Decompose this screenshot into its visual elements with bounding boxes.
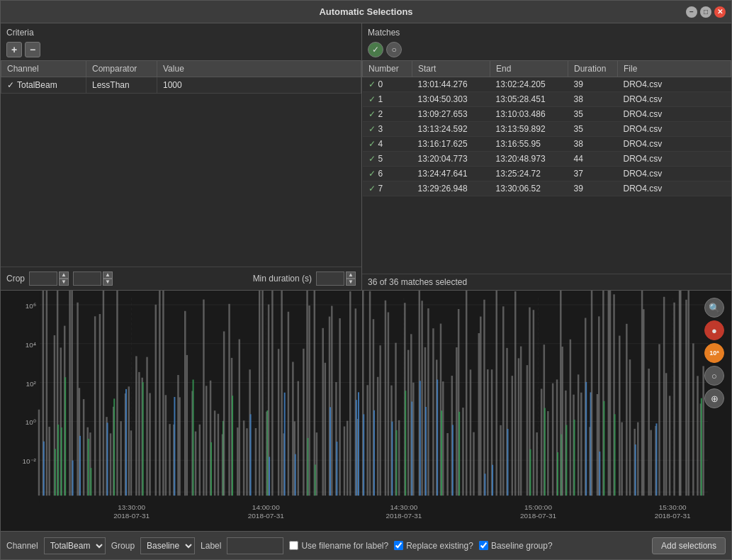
matches-cell-duration: 35 [568, 107, 618, 122]
svg-text:13:30:00: 13:30:00 [118, 503, 145, 511]
bottom-bar: Channel TotalBeam Group Baseline Label U… [1, 531, 731, 559]
matches-row[interactable]: ✓3 13:13:24.592 13:13:59.892 35 DRO4.csv [363, 122, 731, 137]
matches-cell-start: 13:13:24.592 [412, 122, 490, 137]
group-label: Group [111, 541, 135, 551]
matches-cell-number: ✓0 [363, 77, 412, 92]
chart-overlay-btns: 🔍 ● 10ª ○ ⊕ [704, 298, 724, 408]
crop-up-1[interactable]: ▲ [59, 271, 69, 279]
matches-cell-duration: 37 [568, 167, 618, 181]
replace-existing-checkbox[interactable] [394, 541, 403, 550]
use-filename-label[interactable]: Use filename for label? [289, 541, 388, 551]
crop-down-1[interactable]: ▼ [59, 279, 69, 286]
svg-text:14:00:00: 14:00:00 [252, 503, 280, 511]
crop-spin-1: 5.0 ▲ ▼ [29, 271, 69, 286]
crop-input-1[interactable]: 5.0 [29, 271, 57, 286]
matches-cell-number: ✓1 [363, 92, 412, 107]
svg-text:2018-07-31: 2018-07-31 [520, 512, 556, 520]
matches-status: 36 of 36 matches selected [362, 274, 731, 290]
svg-text:2018-07-31: 2018-07-31 [248, 512, 284, 520]
matches-section: Matches ✓ ○ Number Start End Duration Fi… [362, 23, 731, 290]
baseline-group-checkbox[interactable] [479, 541, 488, 550]
matches-cell-file: DRO4.csv [618, 137, 731, 152]
matches-cell-duration: 44 [568, 152, 618, 167]
matches-row[interactable]: ✓0 13:01:44.276 13:02:24.205 39 DRO4.csv [363, 77, 731, 92]
svg-text:10²: 10² [26, 380, 36, 388]
close-button[interactable]: ✕ [714, 6, 726, 18]
chart-search-button[interactable]: 🔍 [704, 298, 724, 318]
crop-spin-btns-1: ▲ ▼ [59, 271, 69, 286]
criteria-table: Channel Comparator Value ✓TotalBeam Less… [1, 60, 361, 94]
matches-row[interactable]: ✓2 13:09:27.653 13:10:03.486 35 DRO4.csv [363, 107, 731, 122]
matches-row[interactable]: ✓4 13:16:17.625 13:16:55.95 38 DRO4.csv [363, 137, 731, 152]
select-all-button[interactable]: ✓ [368, 42, 383, 57]
matches-col-file: File [618, 61, 731, 77]
matches-toolbar: ✓ ○ [362, 39, 731, 60]
matches-cell-number: ✓4 [363, 137, 412, 152]
svg-text:10⁶: 10⁶ [26, 302, 36, 310]
deselect-all-button[interactable]: ○ [386, 42, 402, 57]
criteria-table-container: Channel Comparator Value ✓TotalBeam Less… [1, 60, 361, 94]
crop-up-2[interactable]: ▲ [103, 271, 113, 279]
crop-spin-btns-2: ▲ ▼ [103, 271, 113, 286]
channel-select[interactable]: TotalBeam [44, 537, 106, 554]
min-dur-down[interactable]: ▼ [346, 279, 356, 286]
matches-cell-duration: 39 [568, 77, 618, 92]
replace-existing-label[interactable]: Replace existing? [394, 541, 473, 551]
channel-label: Channel [6, 541, 38, 551]
criteria-section: Criteria + − Channel Comparator Value [1, 23, 362, 290]
matches-table: Number Start End Duration File ✓0 13:01:… [362, 60, 731, 196]
matches-table-wrap[interactable]: Number Start End Duration File ✓0 13:01:… [362, 60, 731, 274]
matches-cell-start: 13:01:44.276 [412, 77, 490, 92]
matches-cell-end: 13:25:24.72 [490, 167, 568, 181]
criteria-col-value: Value [157, 61, 361, 77]
group-select[interactable]: Baseline [140, 537, 195, 554]
svg-text:2018-07-31: 2018-07-31 [655, 512, 691, 520]
remove-criteria-button[interactable]: − [25, 42, 40, 57]
matches-cell-number: ✓6 [363, 167, 412, 181]
svg-text:10⁴: 10⁴ [26, 341, 36, 349]
matches-row[interactable]: ✓7 13:29:26.948 13:30:06.52 39 DRO4.csv [363, 181, 731, 196]
matches-row[interactable]: ✓5 13:20:04.773 13:20:48.973 44 DRO4.csv [363, 152, 731, 167]
matches-label: Matches [362, 23, 731, 39]
crop-row: Crop 5.0 ▲ ▼ 1.0 ▲ ▼ Min duration (s) [1, 267, 361, 290]
matches-cell-end: 13:10:03.486 [490, 107, 568, 122]
matches-cell-start: 13:29:26.948 [412, 181, 490, 196]
crop-input-2[interactable]: 1.0 [73, 271, 101, 286]
main-window: Automatic Selections − □ ✕ Criteria + − … [0, 0, 732, 560]
matches-row[interactable]: ✓1 13:04:50.303 13:05:28.451 38 DRO4.csv [363, 92, 731, 107]
matches-col-number: Number [363, 61, 412, 77]
matches-cell-file: DRO4.csv [618, 152, 731, 167]
criteria-cell-channel: ✓TotalBeam [1, 77, 86, 94]
window-controls: − □ ✕ [686, 6, 726, 18]
label-input[interactable] [227, 537, 283, 554]
baseline-group-label[interactable]: Baseline group? [479, 541, 553, 551]
matches-row[interactable]: ✓6 13:24:47.641 13:25:24.72 37 DRO4.csv [363, 167, 731, 181]
min-dur-input[interactable]: 15.0 [316, 271, 344, 286]
matches-cell-file: DRO4.csv [618, 107, 731, 122]
min-dur-spin-btns: ▲ ▼ [346, 271, 356, 286]
matches-col-duration: Duration [568, 61, 618, 77]
maximize-button[interactable]: □ [700, 6, 711, 18]
matches-cell-start: 13:09:27.653 [412, 107, 490, 122]
crop-spin-2: 1.0 ▲ ▼ [73, 271, 113, 286]
crop-down-2[interactable]: ▼ [103, 279, 113, 286]
matches-cell-end: 13:20:48.973 [490, 152, 568, 167]
svg-rect-1 [1, 291, 40, 503]
add-criteria-button[interactable]: + [6, 42, 22, 57]
matches-cell-file: DRO4.csv [618, 122, 731, 137]
use-filename-checkbox[interactable] [289, 541, 298, 550]
svg-text:15:00:00: 15:00:00 [524, 503, 552, 511]
chart-red-button[interactable]: ● [704, 320, 724, 340]
criteria-label: Criteria [1, 23, 361, 39]
chart-orange-button[interactable]: 10ª [704, 343, 724, 363]
matches-col-start: Start [412, 61, 490, 77]
minimize-button[interactable]: − [686, 6, 697, 18]
chart-circle-button[interactable]: ○ [704, 366, 724, 386]
matches-cell-end: 13:05:28.451 [490, 92, 568, 107]
chart-zoom-button[interactable]: ⊕ [704, 388, 724, 408]
add-selections-button[interactable]: Add selections [652, 537, 726, 554]
svg-text:14:30:00: 14:30:00 [390, 503, 417, 511]
matches-cell-start: 13:20:04.773 [412, 152, 490, 167]
min-dur-up[interactable]: ▲ [346, 271, 356, 279]
matches-cell-file: DRO4.csv [618, 77, 731, 92]
